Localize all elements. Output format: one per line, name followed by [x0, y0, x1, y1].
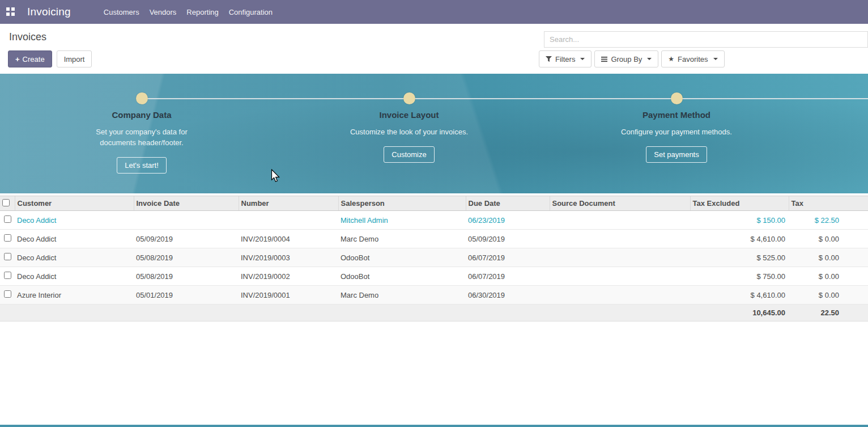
row-checkbox[interactable] [4, 234, 11, 242]
table-body: Deco Addict Mitchell Admin 06/23/2019 $ … [0, 211, 868, 305]
top-navbar: Invoicing Customers Vendors Reporting Co… [0, 0, 868, 24]
cell-number: INV/2019/0002 [239, 267, 338, 286]
invoice-row[interactable]: Deco Addict 05/09/2019 INV/2019/0004 Mar… [0, 230, 868, 248]
lets-start-button[interactable]: Let's start! [117, 157, 167, 174]
menu-item-reporting[interactable]: Reporting [181, 1, 223, 23]
cell-tax: $ 0.00 [789, 248, 868, 267]
chevron-down-icon [713, 58, 718, 60]
column-header-due-date[interactable]: Due Date [466, 196, 550, 211]
filters-button[interactable]: Filters [539, 50, 592, 67]
filters-label: Filters [555, 55, 575, 64]
cell-tax-excluded: $ 525.00 [690, 248, 789, 267]
top-menu: Customers Vendors Reporting Configuratio… [99, 1, 278, 23]
cell-due-date: 06/07/2019 [466, 248, 550, 267]
step-description: Set your company's data for documents he… [82, 126, 202, 148]
cell-number: INV/2019/0004 [239, 230, 338, 248]
cell-number: INV/2019/0001 [239, 286, 338, 305]
filter-icon [546, 56, 552, 62]
step-title: Invoice Layout [324, 110, 494, 120]
favorites-button[interactable]: ★ Favorites [661, 50, 724, 67]
invoice-row[interactable]: Deco Addict 05/08/2019 INV/2019/0003 Odo… [0, 248, 868, 267]
favorites-label: Favorites [678, 55, 708, 64]
invoice-row[interactable]: Deco Addict Mitchell Admin 06/23/2019 $ … [0, 211, 868, 230]
customize-button[interactable]: Customize [384, 146, 434, 163]
cell-tax-excluded: $ 4,610.00 [690, 286, 789, 305]
step-title: Payment Method [592, 110, 761, 120]
cell-invoice-date: 05/08/2019 [134, 248, 239, 267]
apps-icon-square [6, 12, 10, 16]
invoice-table: Customer Invoice Date Number Salesperson… [0, 196, 868, 322]
row-select-cell [0, 211, 15, 230]
onboarding-step-invoice-layout: Invoice Layout Customize the look of you… [324, 110, 494, 163]
row-checkbox[interactable] [4, 290, 11, 298]
column-header-salesperson[interactable]: Salesperson [338, 196, 466, 211]
cell-due-date: 06/23/2019 [466, 211, 550, 230]
control-panel: Invoices +Create Import Filters Group By… [0, 24, 868, 74]
step-description: Configure your payment methods. [616, 126, 737, 137]
cell-salesperson: Marc Demo [338, 286, 466, 305]
search-input[interactable] [544, 31, 868, 48]
row-select-cell [0, 230, 15, 248]
column-header-customer[interactable]: Customer [15, 196, 134, 211]
cell-salesperson: Mitchell Admin [338, 211, 466, 230]
column-header-invoice-date[interactable]: Invoice Date [134, 196, 239, 211]
totals-row: 10,645.00 22.50 [0, 305, 868, 322]
column-header-number[interactable]: Number [239, 196, 338, 211]
cell-source-document [550, 286, 690, 305]
onboarding-step-company-data: Company Data Set your company's data for… [57, 110, 227, 174]
page-title: Invoices [9, 31, 46, 43]
menu-item-configuration[interactable]: Configuration [224, 1, 278, 23]
step-description: Customize the look of your invoices. [349, 126, 469, 137]
cell-tax: $ 0.00 [789, 286, 868, 305]
set-payments-button[interactable]: Set payments [646, 146, 707, 163]
invoice-row[interactable]: Deco Addict 05/08/2019 INV/2019/0002 Odo… [0, 267, 868, 286]
apps-menu-icon[interactable] [6, 7, 15, 16]
cell-customer: Deco Addict [15, 230, 134, 248]
create-button-label: Create [23, 55, 45, 64]
cell-source-document [550, 267, 690, 286]
cell-tax: $ 22.50 [789, 211, 868, 230]
app-title[interactable]: Invoicing [27, 6, 71, 18]
cell-number [239, 211, 338, 230]
menu-item-vendors[interactable]: Vendors [144, 1, 182, 23]
invoice-row[interactable]: Azure Interior 05/01/2019 INV/2019/0001 … [0, 286, 868, 305]
chevron-down-icon [647, 58, 652, 60]
column-header-tax[interactable]: Tax [789, 196, 868, 211]
total-tax: 22.50 [789, 305, 868, 322]
plus-icon: + [15, 55, 20, 64]
action-buttons: +Create Import [8, 50, 92, 67]
row-checkbox[interactable] [4, 215, 11, 223]
row-select-cell [0, 248, 15, 267]
menu-item-customers[interactable]: Customers [99, 1, 144, 23]
cell-tax: $ 0.00 [789, 230, 868, 248]
create-button[interactable]: +Create [8, 50, 52, 67]
row-checkbox[interactable] [4, 253, 11, 260]
cell-customer: Deco Addict [15, 267, 134, 286]
search-options: Filters Group By ★ Favorites [539, 50, 725, 67]
group-by-label: Group By [611, 55, 642, 64]
column-header-tax-excluded[interactable]: Tax Excluded [690, 196, 789, 211]
select-all-cell [0, 196, 15, 211]
cell-due-date: 06/07/2019 [466, 267, 550, 286]
cell-source-document [550, 230, 690, 248]
cell-number: INV/2019/0003 [239, 248, 338, 267]
invoice-list-view: Customer Invoice Date Number Salesperson… [0, 196, 868, 322]
table-footer: 10,645.00 22.50 [0, 305, 868, 322]
column-header-source-document[interactable]: Source Document [550, 196, 690, 211]
step-dot-company-data [136, 92, 148, 104]
cell-source-document [550, 211, 690, 230]
star-icon: ★ [668, 56, 674, 62]
cell-due-date: 06/30/2019 [466, 286, 550, 305]
apps-icon-square [6, 7, 10, 11]
apps-icon-square [11, 7, 15, 11]
step-dot-payment-method [671, 92, 683, 104]
onboarding-step-payment-method: Payment Method Configure your payment me… [592, 110, 761, 163]
group-by-button[interactable]: Group By [594, 50, 658, 67]
row-checkbox[interactable] [4, 272, 11, 279]
row-select-cell [0, 286, 15, 305]
import-button[interactable]: Import [57, 50, 92, 67]
cell-invoice-date: 05/09/2019 [134, 230, 239, 248]
totals-spacer [0, 305, 690, 322]
select-all-checkbox[interactable] [2, 199, 10, 206]
cell-invoice-date: 05/01/2019 [134, 286, 239, 305]
